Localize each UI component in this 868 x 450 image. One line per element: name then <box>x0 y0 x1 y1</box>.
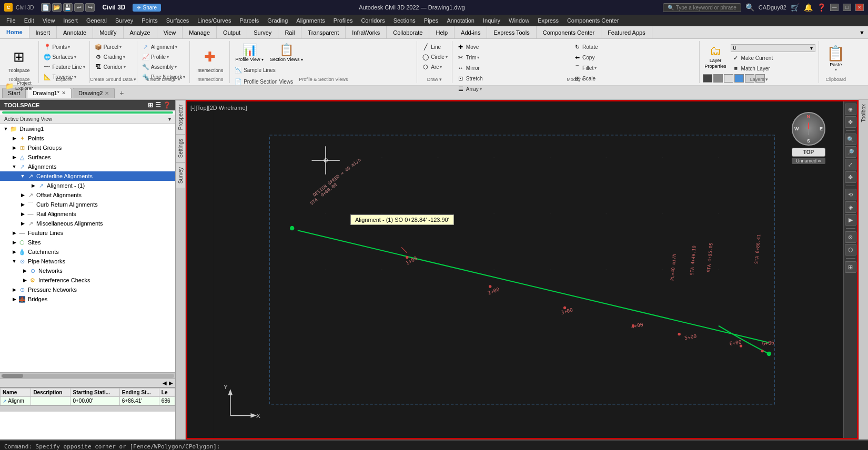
tab-help[interactable]: Help <box>429 26 455 38</box>
points-row-btn[interactable]: 📍 Points ▾ <box>42 42 86 52</box>
tab-collaborate[interactable]: Collaborate <box>387 26 429 38</box>
open-file-btn[interactable]: 📂 <box>52 3 62 12</box>
tree-item-featurelines[interactable]: ▶ — Feature Lines <box>0 228 175 238</box>
tab-addins[interactable]: Add-ins <box>455 26 487 38</box>
toolbox-tab-label[interactable]: Toolbox <box>859 100 868 126</box>
surfaces-row-btn[interactable]: 🌐 Surfaces ▾ <box>42 52 86 62</box>
tree-item-sites[interactable]: ▶ ⬡ Sites <box>0 238 175 247</box>
tab-rail[interactable]: Rail <box>278 26 301 38</box>
tab-annotate[interactable]: Annotate <box>57 26 93 38</box>
tab-modify[interactable]: Modify <box>93 26 123 38</box>
add-tab-btn[interactable]: + <box>116 87 127 99</box>
tree-item-drawing1[interactable]: ▼ 📁 Drawing1 <box>0 124 175 134</box>
menu-insert[interactable]: Insert <box>59 16 82 25</box>
make-current-btn[interactable]: ✓ Make Current <box>731 53 816 63</box>
menu-window[interactable]: Window <box>504 16 533 25</box>
trim-btn[interactable]: ✂ Trim ▾ <box>456 53 571 62</box>
menu-alignments[interactable]: Alignments <box>292 16 329 25</box>
tree-item-interference[interactable]: ▶ ⚙ Interference Checks <box>0 275 175 285</box>
grading-btn[interactable]: ⚙ Grading ▾ <box>93 52 134 62</box>
tab-components[interactable]: Components Center <box>537 26 601 38</box>
tab-infraworks[interactable]: InfraWorks <box>346 26 387 38</box>
side-tab-settings[interactable]: Settings <box>176 134 185 162</box>
rt-orbit-btn[interactable]: ⟲ <box>845 189 856 200</box>
tree-item-centerline[interactable]: ▼ ↗ Centerline Alignments <box>0 171 175 181</box>
canvas-area[interactable]: [-][Top][2D Wireframe] <box>186 100 859 439</box>
paste-btn[interactable]: 📋 Paste ▾ <box>822 43 849 74</box>
doc-tab-drawing2-close[interactable]: ✕ <box>105 90 109 96</box>
tab-transparent[interactable]: Transparent <box>301 26 346 38</box>
rt-navswheel-btn[interactable]: ⊗ <box>845 231 856 243</box>
ribbon-collapse[interactable]: ▼ <box>856 26 868 38</box>
compass-top-btn[interactable]: TOP <box>792 148 825 157</box>
tree-item-pressure[interactable]: ▶ ⊙ Pressure Networks <box>0 285 175 294</box>
tab-analyze[interactable]: Analyze <box>124 26 157 38</box>
toolspace-btn[interactable]: ⊞ Toolspace <box>5 42 33 79</box>
tab-featured[interactable]: Featured Apps <box>601 26 652 38</box>
tree-item-pointgroups[interactable]: ▶ ⊞ Point Groups <box>0 143 175 152</box>
array-btn[interactable]: ☰ Array ▾ <box>456 84 571 94</box>
menu-express[interactable]: Express <box>533 16 563 25</box>
tab-insert[interactable]: Insert <box>29 26 57 38</box>
line-btn[interactable]: ╱ Line <box>420 42 449 52</box>
toolspace-icon-help[interactable]: ❓ <box>163 101 171 109</box>
rt-zoom-out-btn[interactable]: 🔎 <box>845 146 856 158</box>
menu-corridors[interactable]: Corridors <box>357 16 389 25</box>
close-btn[interactable]: ✕ <box>855 4 864 11</box>
save-btn[interactable]: 💾 <box>63 3 73 12</box>
tree-item-offset[interactable]: ▶ ↗ Offset Alignments <box>0 190 175 200</box>
copy-btn[interactable]: ⬅ Copy <box>572 53 687 62</box>
tree-item-alignments[interactable]: ▼ ↗ Alignments <box>0 162 175 171</box>
tab-expresstools[interactable]: Express Tools <box>487 26 536 38</box>
minimize-btn[interactable]: — <box>830 4 839 11</box>
tree-item-points[interactable]: ▶ ✦ Points <box>0 134 175 143</box>
menu-linescurves[interactable]: Lines/Curves <box>193 16 235 25</box>
tree-item-pipenetworks[interactable]: ▼ ⊙ Pipe Networks <box>0 257 175 266</box>
menu-view[interactable]: View <box>38 16 59 25</box>
menu-inquiry[interactable]: Inquiry <box>479 16 504 25</box>
tree-item-networks[interactable]: ▶ ⊙ Networks <box>0 266 175 275</box>
layer-dropdown[interactable]: 0 ▾ <box>731 44 816 52</box>
profile-view-btn[interactable]: 📊 Profile View ▾ <box>233 42 266 64</box>
polygon-btn[interactable]: ⬡ Arc ▾ <box>420 62 449 71</box>
fillet-btn[interactable]: ⌒ Fillet ▾ <box>572 63 687 73</box>
menu-edit[interactable]: Edit <box>20 16 38 25</box>
menu-surfaces[interactable]: Surfaces <box>162 16 193 25</box>
menu-survey[interactable]: Survey <box>111 16 137 25</box>
rt-walk-btn[interactable]: ▶ <box>845 214 856 226</box>
redo-btn[interactable]: ↪ <box>85 3 95 12</box>
menu-profiles[interactable]: Profiles <box>329 16 357 25</box>
rt-snap-btn[interactable]: ⊕ <box>845 104 856 115</box>
compass-unnamed-btn[interactable]: Unnamed ∞ <box>792 158 825 164</box>
search-box[interactable]: 🔍 Type a keyword or phrase <box>663 3 741 12</box>
ts-nav-left[interactable]: ◀ <box>163 380 167 386</box>
ts-nav-right[interactable]: ▶ <box>169 380 173 386</box>
hscroll-thumb[interactable] <box>2 374 23 378</box>
toolspace-icon-grid[interactable]: ⊞ <box>148 101 153 109</box>
assembly-btn[interactable]: 🔧 Assembly ▾ <box>140 62 186 71</box>
side-tab-prospector[interactable]: Prospector <box>176 100 185 134</box>
tree-item-curb[interactable]: ▶ ⌒ Curb Return Alignments <box>0 200 175 209</box>
menu-components[interactable]: Components Center <box>563 16 623 25</box>
section-views-btn[interactable]: 📋 Section Views ▾ <box>268 42 305 64</box>
menu-file[interactable]: File <box>2 16 20 25</box>
featureline-row-btn[interactable]: 〰 Feature Line ▾ <box>42 62 86 71</box>
menu-grading[interactable]: Grading <box>263 16 292 25</box>
toolspace-icon-list[interactable]: ☰ <box>155 101 161 109</box>
tab-home[interactable]: Home <box>0 26 29 38</box>
menu-pipes[interactable]: Pipes <box>420 16 443 25</box>
menu-annotation[interactable]: Annotation <box>442 16 479 25</box>
new-file-btn[interactable]: 📄 <box>41 3 51 12</box>
tree-item-surfaces[interactable]: ▶ △ Surfaces <box>0 152 175 162</box>
menu-sections[interactable]: Sections <box>389 16 420 25</box>
rt-viewcube-btn[interactable]: ⬡ <box>845 244 856 255</box>
parcel-btn[interactable]: 📦 Parcel ▾ <box>93 42 134 52</box>
side-tab-survey[interactable]: Survey <box>176 162 185 188</box>
share-btn[interactable]: ✈ Share <box>133 4 161 12</box>
rotate-btn[interactable]: ↻ Rotate <box>572 42 687 52</box>
tree-item-catchments[interactable]: ▶ 💧 Catchments <box>0 247 175 257</box>
sample-lines-btn[interactable]: 📉 Sample Lines <box>233 66 413 75</box>
tab-view[interactable]: View <box>157 26 183 38</box>
menu-parcels[interactable]: Parcels <box>235 16 263 25</box>
rt-zoom-in-btn[interactable]: 🔍 <box>845 134 856 145</box>
